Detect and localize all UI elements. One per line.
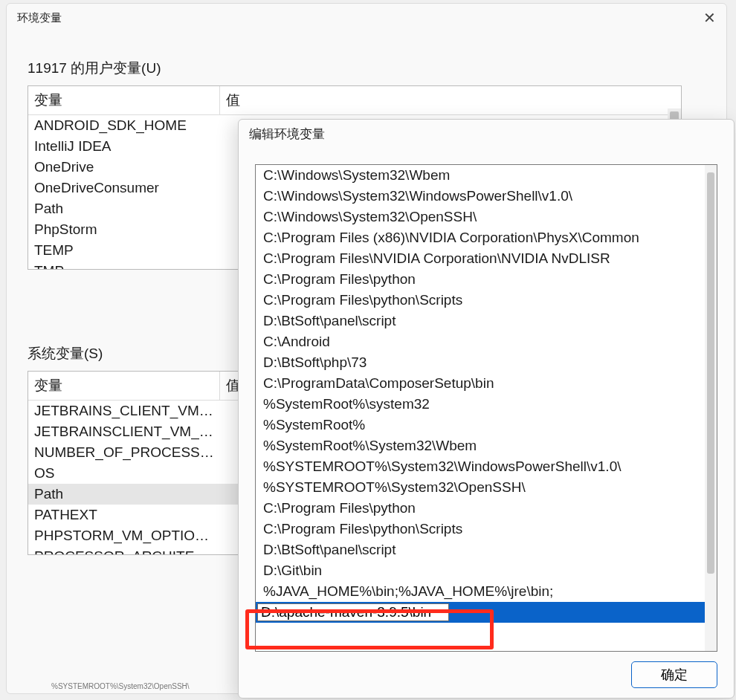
list-item[interactable]: C:\Program Files\python (256, 269, 717, 290)
edit-dialog-titlebar: 编辑环境变量 (239, 120, 734, 149)
table-header: 变量 值 (28, 86, 681, 115)
cell-variable: PhpStorm (28, 219, 220, 240)
list-item[interactable]: C:\Android (256, 331, 717, 352)
path-list[interactable]: C:\Windows\System32\WbemC:\Windows\Syste… (255, 164, 717, 652)
cell-variable: TMP (28, 261, 220, 270)
edit-dialog-title: 编辑环境变量 (249, 127, 325, 141)
list-item[interactable]: C:\Windows\System32\Wbem (256, 165, 717, 186)
list-item[interactable]: %SYSTEMROOT%\System32\OpenSSH\ (256, 477, 717, 498)
list-item[interactable]: D:\BtSoft\panel\script (256, 311, 717, 331)
stray-text: %SYSTEMROOT%\System32\OpenSSH\ (51, 682, 190, 690)
cell-variable: PROCESSOR_ARCHITECTURE (28, 546, 220, 555)
list-item[interactable]: C:\Windows\System32\WindowsPowerShell\v1… (256, 186, 717, 207)
list-item[interactable]: C:\Windows\System32\OpenSSH\ (256, 207, 717, 227)
path-edit-input[interactable] (257, 603, 449, 621)
cell-variable: JETBRAINS_CLIENT_VM_OPT... (28, 401, 220, 421)
cell-variable: OneDrive (28, 157, 220, 178)
scrollbar-thumb[interactable] (707, 172, 714, 574)
edit-env-variable-dialog: 编辑环境变量 C:\Windows\System32\WbemC:\Window… (238, 119, 735, 699)
list-item[interactable]: %SystemRoot%\system32 (256, 394, 717, 415)
cell-variable: Path (28, 484, 220, 505)
cell-variable: PATHEXT (28, 505, 220, 525)
list-item[interactable]: D:\BtSoft\panel\script (256, 539, 717, 560)
col-variable[interactable]: 变量 (28, 86, 220, 114)
cell-variable: JETBRAINSCLIENT_VM_OPTI... (28, 421, 220, 442)
list-item[interactable]: C:\Program Files\NVIDIA Corporation\NVID… (256, 248, 717, 269)
col-value[interactable]: 值 (220, 86, 681, 114)
cell-variable: NUMBER_OF_PROCESSORS (28, 442, 220, 463)
close-icon[interactable]: ✕ (703, 10, 716, 25)
cell-variable: ANDROID_SDK_HOME (28, 115, 220, 136)
list-item[interactable] (256, 602, 717, 623)
cell-variable: IntelliJ IDEA (28, 136, 220, 157)
env-dialog-titlebar: 环境变量 ✕ (7, 4, 726, 32)
list-item[interactable]: C:\Program Files\python (256, 498, 717, 519)
list-item[interactable]: C:\ProgramData\ComposerSetup\bin (256, 373, 717, 394)
list-item[interactable]: D:\BtSoft\php\73 (256, 352, 717, 373)
edit-dialog-body: C:\Windows\System32\WbemC:\Windows\Syste… (239, 149, 734, 652)
list-item[interactable]: %SYSTEMROOT%\System32\WindowsPowerShell\… (256, 456, 717, 477)
scrollbar[interactable] (705, 165, 717, 651)
edit-dialog-footer: 确定 (239, 652, 734, 698)
list-item[interactable]: %JAVA_HOME%\bin;%JAVA_HOME%\jre\bin; (256, 581, 717, 602)
env-dialog-title: 环境变量 (17, 11, 62, 25)
cell-variable: PHPSTORM_VM_OPTIONS (28, 525, 220, 546)
user-vars-label: 11917 的用户变量(U) (28, 59, 706, 78)
cell-variable: TEMP (28, 240, 220, 261)
ok-button[interactable]: 确定 (631, 661, 717, 688)
list-item[interactable]: C:\Program Files\python\Scripts (256, 519, 717, 539)
list-item[interactable]: D:\Git\bin (256, 560, 717, 581)
list-item[interactable]: C:\Program Files\python\Scripts (256, 290, 717, 311)
list-item[interactable]: %SystemRoot% (256, 415, 717, 435)
list-item[interactable]: C:\Program Files (x86)\NVIDIA Corporatio… (256, 227, 717, 248)
col-variable[interactable]: 变量 (28, 372, 220, 400)
cell-variable: OneDriveConsumer (28, 178, 220, 198)
cell-variable: OS (28, 463, 220, 484)
list-item[interactable]: %SystemRoot%\System32\Wbem (256, 435, 717, 456)
cell-variable: Path (28, 198, 220, 219)
